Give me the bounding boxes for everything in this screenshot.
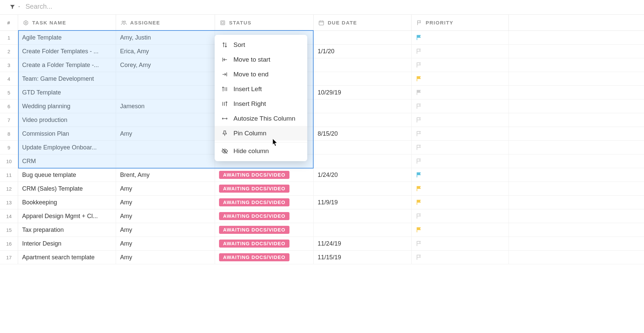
menu-move-start[interactable]: Move to start xyxy=(215,52,307,67)
status-cell[interactable]: AWAITING DOCS/VIDEO xyxy=(215,196,314,209)
table-row[interactable]: 7Video production xyxy=(0,113,644,127)
task-name-cell[interactable]: Tax preparation xyxy=(18,223,116,237)
due-date-cell[interactable] xyxy=(314,31,412,44)
priority-cell[interactable] xyxy=(412,58,509,72)
col-header-priority[interactable]: PRIORITY xyxy=(412,15,509,30)
priority-cell[interactable] xyxy=(412,99,509,113)
due-date-cell[interactable]: 1/1/20 xyxy=(314,45,412,58)
col-header-status[interactable]: STATUS xyxy=(215,15,314,30)
priority-cell[interactable] xyxy=(412,72,509,85)
status-cell[interactable]: AWAITING DOCS/VIDEO xyxy=(215,168,314,182)
due-date-cell[interactable] xyxy=(314,141,412,154)
due-date-cell[interactable]: 11/24/19 xyxy=(314,237,412,250)
task-name-cell[interactable]: Bookkeeping xyxy=(18,196,116,209)
task-name-cell[interactable]: Video production xyxy=(18,113,116,127)
priority-cell[interactable] xyxy=(412,182,509,195)
assignee-cell[interactable]: Amy xyxy=(116,223,215,237)
assignee-cell[interactable] xyxy=(116,141,215,154)
menu-sort[interactable]: Sort xyxy=(215,38,307,52)
table-row[interactable]: 17Apartment search templateAmyAWAITING D… xyxy=(0,251,644,264)
col-header-task[interactable]: TASK NAME xyxy=(18,15,116,30)
assignee-cell[interactable]: Amy xyxy=(116,209,215,223)
status-cell[interactable]: AWAITING DOCS/VIDEO xyxy=(215,251,314,264)
menu-move-end[interactable]: Move to end xyxy=(215,67,307,82)
priority-cell[interactable] xyxy=(412,45,509,58)
due-date-cell[interactable]: 1/24/20 xyxy=(314,168,412,182)
task-name-cell[interactable]: Interior Design xyxy=(18,237,116,250)
table-row[interactable]: 2Create Folder Templates - ...Erica, Amy… xyxy=(0,45,644,58)
table-row[interactable]: 3Create a Folder Template -...Corey, Amy xyxy=(0,58,644,72)
menu-autosize[interactable]: Autosize This Column xyxy=(215,111,307,126)
search-input[interactable] xyxy=(25,3,126,10)
assignee-cell[interactable]: Amy xyxy=(116,127,215,140)
priority-cell[interactable] xyxy=(412,223,509,237)
assignee-cell[interactable]: Amy, Justin xyxy=(116,31,215,44)
priority-cell[interactable] xyxy=(412,251,509,264)
col-header-num[interactable]: # xyxy=(0,15,18,30)
table-row[interactable]: 4Team: Game Development xyxy=(0,72,644,86)
col-header-due[interactable]: DUE DATE xyxy=(314,15,412,30)
table-row[interactable]: 6Wedding planningJameson xyxy=(0,99,644,113)
task-name-cell[interactable]: GTD Template xyxy=(18,86,116,99)
assignee-cell[interactable] xyxy=(116,154,215,168)
due-date-cell[interactable]: 11/9/19 xyxy=(314,196,412,209)
table-row[interactable]: 5GTD Template10/29/19 xyxy=(0,86,644,99)
due-date-cell[interactable]: 11/15/19 xyxy=(314,251,412,264)
table-row[interactable]: 12CRM (Sales) TemplateAmyAWAITING DOCS/V… xyxy=(0,182,644,196)
task-name-cell[interactable]: Create a Folder Template -... xyxy=(18,58,116,72)
priority-cell[interactable] xyxy=(412,141,509,154)
due-date-cell[interactable] xyxy=(314,113,412,127)
priority-cell[interactable] xyxy=(412,154,509,168)
table-row[interactable]: 11Bug queue templateBrent, AmyAWAITING D… xyxy=(0,168,644,182)
table-row[interactable]: 15Tax preparationAmyAWAITING DOCS/VIDEO xyxy=(0,223,644,237)
due-date-cell[interactable]: 10/29/19 xyxy=(314,86,412,99)
task-name-cell[interactable]: Agile Template xyxy=(18,31,116,44)
priority-cell[interactable] xyxy=(412,127,509,140)
assignee-cell[interactable]: Amy xyxy=(116,196,215,209)
status-cell[interactable]: AWAITING DOCS/VIDEO xyxy=(215,182,314,195)
task-name-cell[interactable]: Apartment search template xyxy=(18,251,116,264)
menu-pin-column[interactable]: Pin Column xyxy=(215,126,307,141)
menu-insert-left[interactable]: Insert Left xyxy=(215,82,307,96)
table-row[interactable]: 1Agile TemplateAmy, Justin xyxy=(0,31,644,45)
assignee-cell[interactable]: Corey, Amy xyxy=(116,58,215,72)
table-row[interactable]: 9Update Employee Onboar... xyxy=(0,141,644,154)
task-name-cell[interactable]: CRM xyxy=(18,154,116,168)
assignee-cell[interactable]: Amy xyxy=(116,237,215,250)
priority-cell[interactable] xyxy=(412,113,509,127)
due-date-cell[interactable]: 8/15/20 xyxy=(314,127,412,140)
priority-cell[interactable] xyxy=(412,209,509,223)
due-date-cell[interactable] xyxy=(314,154,412,168)
assignee-cell[interactable]: Jameson xyxy=(116,99,215,113)
task-name-cell[interactable]: Apparel Design Mgmt + Cl... xyxy=(18,209,116,223)
due-date-cell[interactable] xyxy=(314,58,412,72)
assignee-cell[interactable] xyxy=(116,113,215,127)
due-date-cell[interactable] xyxy=(314,99,412,113)
task-name-cell[interactable]: Team: Game Development xyxy=(18,72,116,85)
task-name-cell[interactable]: CRM (Sales) Template xyxy=(18,182,116,195)
priority-cell[interactable] xyxy=(412,86,509,99)
table-row[interactable]: 13BookkeepingAmyAWAITING DOCS/VIDEO11/9/… xyxy=(0,196,644,209)
status-cell[interactable]: AWAITING DOCS/VIDEO xyxy=(215,209,314,223)
assignee-cell[interactable]: Amy xyxy=(116,251,215,264)
task-name-cell[interactable]: Create Folder Templates - ... xyxy=(18,45,116,58)
priority-cell[interactable] xyxy=(412,31,509,44)
due-date-cell[interactable] xyxy=(314,72,412,85)
priority-cell[interactable] xyxy=(412,168,509,182)
due-date-cell[interactable] xyxy=(314,209,412,223)
task-name-cell[interactable]: Update Employee Onboar... xyxy=(18,141,116,154)
task-name-cell[interactable]: Wedding planning xyxy=(18,99,116,113)
status-cell[interactable]: AWAITING DOCS/VIDEO xyxy=(215,237,314,250)
table-row[interactable]: 14Apparel Design Mgmt + Cl...AmyAWAITING… xyxy=(0,209,644,223)
table-row[interactable]: 10CRM xyxy=(0,154,644,168)
filter-dropdown[interactable] xyxy=(9,4,21,10)
assignee-cell[interactable] xyxy=(116,86,215,99)
task-name-cell[interactable]: Commission Plan xyxy=(18,127,116,140)
priority-cell[interactable] xyxy=(412,237,509,250)
due-date-cell[interactable] xyxy=(314,223,412,237)
due-date-cell[interactable] xyxy=(314,182,412,195)
table-row[interactable]: 16Interior DesignAmyAWAITING DOCS/VIDEO1… xyxy=(0,237,644,251)
task-name-cell[interactable]: Bug queue template xyxy=(18,168,116,182)
menu-insert-right[interactable]: Insert Right xyxy=(215,96,307,111)
table-row[interactable]: 8Commission PlanAmy8/15/20 xyxy=(0,127,644,141)
